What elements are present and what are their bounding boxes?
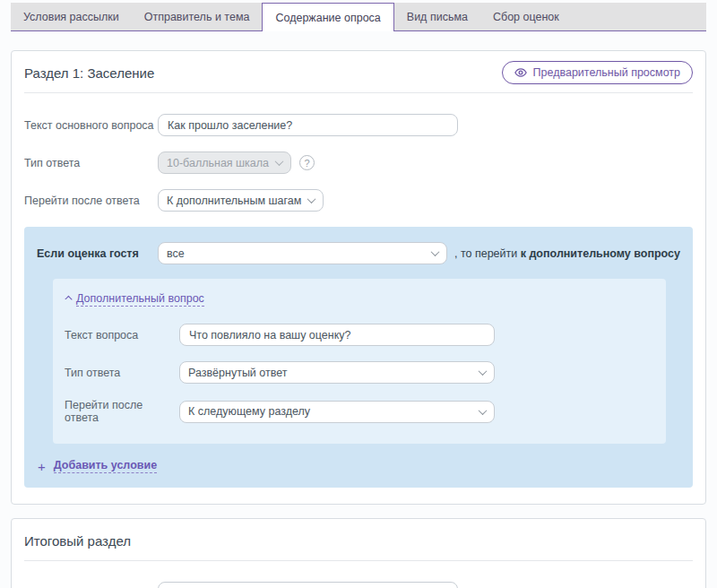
survey-editor-page: Условия рассылки Отправитель и тема Соде… xyxy=(0,0,717,588)
section-1-panel: Раздел 1: Заселение Предварительный прос… xyxy=(11,50,706,505)
chevron-down-icon xyxy=(275,157,284,166)
inner-after-answer-value: К следующему разделу xyxy=(188,405,310,418)
answer-type-select: 10-балльная шкала xyxy=(158,151,291,174)
tab-sender-and-subject[interactable]: Отправитель и тема xyxy=(132,3,263,30)
inner-answer-type-row: Тип ответа Развёрнутый ответ xyxy=(65,361,654,384)
additional-question-toggle[interactable]: Дополнительный вопрос xyxy=(76,292,204,307)
add-condition-link[interactable]: Добавить условие xyxy=(54,459,157,473)
additional-question-box: Дополнительный вопрос Текст вопроса Тип … xyxy=(53,279,666,444)
preview-button-label: Предварительный просмотр xyxy=(533,66,680,79)
plus-icon: + xyxy=(38,460,46,473)
chevron-down-icon xyxy=(307,195,316,203)
chevron-up-icon xyxy=(65,296,72,303)
tab-letter-appearance[interactable]: Вид письма xyxy=(394,3,480,30)
condition-row: Если оценка гостя все , то перейти к доп… xyxy=(37,242,680,264)
chevron-down-icon xyxy=(479,367,488,376)
question-text-row: Текст вопроса xyxy=(65,324,654,346)
tab-bar: Условия рассылки Отправитель и тема Соде… xyxy=(11,3,706,30)
condition-then-prefix: , то перейти xyxy=(454,247,521,260)
preview-button[interactable]: Предварительный просмотр xyxy=(502,61,693,84)
final-heading-input[interactable] xyxy=(158,582,458,588)
main-question-input[interactable] xyxy=(158,114,458,136)
guest-rating-value: все xyxy=(167,247,185,260)
chevron-down-icon xyxy=(431,247,440,256)
after-answer-label: Перейти после ответа xyxy=(24,195,158,207)
after-answer-value: К дополнительным шагам xyxy=(167,195,301,207)
tab-survey-content[interactable]: Содержание опроса xyxy=(262,3,393,31)
main-question-row: Текст основного вопроса xyxy=(24,114,693,136)
tab-mailing-conditions[interactable]: Условия рассылки xyxy=(11,3,132,30)
inner-answer-type-value: Развёрнутый ответ xyxy=(188,367,288,379)
section-1-header: Раздел 1: Заселение Предварительный прос… xyxy=(24,60,693,85)
main-question-label: Текст основного вопроса xyxy=(24,119,158,132)
tab-rating-collection[interactable]: Сбор оценок xyxy=(480,3,572,30)
add-condition-row: + Добавить условие xyxy=(37,459,680,473)
question-text-label: Текст вопроса xyxy=(65,329,179,342)
question-text-input[interactable] xyxy=(179,324,495,346)
section-1-title: Раздел 1: Заселение xyxy=(24,65,154,81)
after-answer-select[interactable]: К дополнительным шагам xyxy=(158,189,324,212)
guest-rating-select[interactable]: все xyxy=(158,242,447,264)
inner-after-answer-select[interactable]: К следующему разделу xyxy=(179,401,495,423)
final-heading-row: Заголовок xyxy=(24,582,693,588)
answer-type-row: Тип ответа 10-балльная шкала ? xyxy=(24,151,693,174)
final-section-panel: Итоговый раздел Заголовок Дополнительный… xyxy=(11,518,706,588)
eye-icon xyxy=(514,66,527,79)
inner-after-answer-label: Перейти после ответа xyxy=(65,399,179,424)
condition-then-text: , то перейти к дополнительному вопросу xyxy=(454,247,680,260)
inner-answer-type-label: Тип ответа xyxy=(65,367,179,379)
final-section-header: Итоговый раздел xyxy=(24,528,693,553)
answer-type-value: 10-балльная шкала xyxy=(167,157,269,169)
after-answer-row: Перейти после ответа К дополнительным ша… xyxy=(24,189,693,212)
section-1-divider xyxy=(24,92,693,93)
inner-answer-type-select[interactable]: Развёрнутый ответ xyxy=(179,361,495,384)
condition-then-target: к дополнительному вопросу xyxy=(521,247,680,260)
inner-after-answer-row: Перейти после ответа К следующему раздел… xyxy=(65,399,654,424)
additional-question-toggle-row: Дополнительный вопрос xyxy=(65,292,654,307)
condition-box: Если оценка гостя все , то перейти к доп… xyxy=(24,227,693,488)
condition-if-label: Если оценка гостя xyxy=(37,247,158,260)
answer-type-label: Тип ответа xyxy=(24,157,158,169)
help-icon[interactable]: ? xyxy=(299,155,315,170)
final-section-title: Итоговый раздел xyxy=(24,533,131,549)
final-section-divider xyxy=(24,560,693,561)
chevron-down-icon xyxy=(479,406,488,415)
